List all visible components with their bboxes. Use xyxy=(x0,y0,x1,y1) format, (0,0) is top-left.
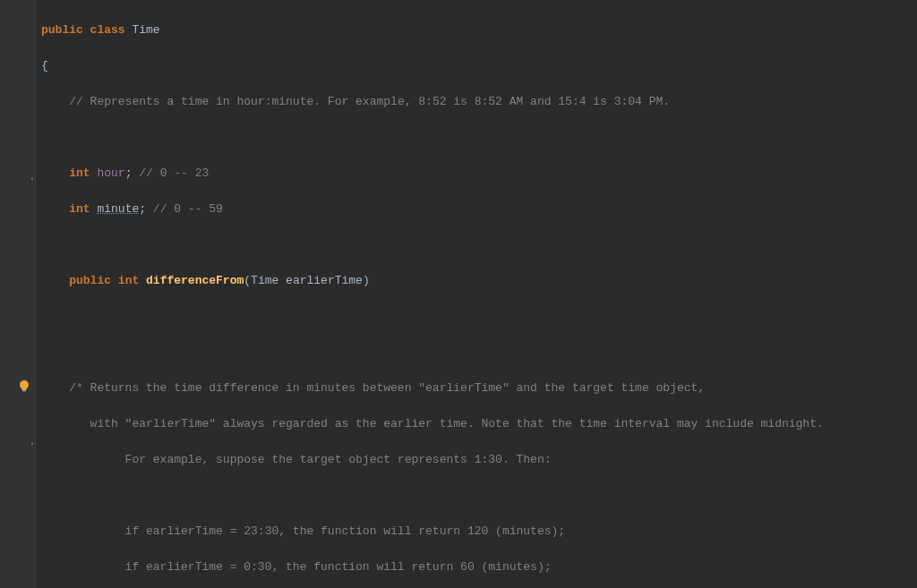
keyword-int: int xyxy=(69,202,97,216)
code-line[interactable]: For example, suppose the target object r… xyxy=(41,451,917,469)
method-differenceFrom: differenceFrom xyxy=(146,274,244,287)
code-line[interactable]: public class Time xyxy=(41,21,917,39)
keyword-public: public xyxy=(41,23,83,37)
code-line[interactable]: if earlierTime = 23:30, the function wil… xyxy=(41,523,917,541)
code-line[interactable]: { xyxy=(41,57,917,75)
comment: // Represents a time in hour:minute. For… xyxy=(69,95,670,108)
code-area[interactable]: public class Time { // Represents a time… xyxy=(36,4,917,588)
keyword-class: class xyxy=(83,23,133,37)
code-line[interactable]: /* Returns the time difference in minute… xyxy=(41,379,917,397)
code-line[interactable]: int minute; // 0 -- 59 xyxy=(41,200,917,218)
gutter xyxy=(0,0,36,588)
code-line[interactable]: with "earlierTime" always regarded as th… xyxy=(41,415,917,433)
comment: with "earlierTime" always regarded as th… xyxy=(41,417,824,430)
indent xyxy=(41,274,69,287)
svg-rect-0 xyxy=(22,390,26,392)
code-line[interactable] xyxy=(41,129,917,147)
code-line[interactable]: // Represents a time in hour:minute. For… xyxy=(41,93,917,111)
code-line[interactable]: public int differenceFrom(Time earlierTi… xyxy=(41,272,917,290)
intention-bulb-icon[interactable] xyxy=(18,379,30,392)
comment: /* Returns the time difference in minute… xyxy=(41,381,705,395)
param-type: Time xyxy=(251,274,286,287)
comment: For example, suppose the target object r… xyxy=(41,453,552,466)
indent xyxy=(41,95,69,108)
comment: // 0 -- 23 xyxy=(132,166,209,180)
fold-marker-icon[interactable]: ▸ xyxy=(30,175,38,183)
field-minute: minute xyxy=(97,202,139,216)
semicolon: ; xyxy=(139,202,146,216)
code-line[interactable] xyxy=(41,236,917,254)
code-editor[interactable]: ▸ ▸ public class Time { // Represents a … xyxy=(0,0,917,588)
lparen: ( xyxy=(244,274,251,287)
comment: // 0 -- 59 xyxy=(146,202,223,216)
field-hour: hour xyxy=(97,166,124,180)
param-name: earlierTime xyxy=(286,274,363,287)
fold-marker-icon[interactable]: ▸ xyxy=(30,440,38,447)
comment: if earlierTime = 0:30, the function will… xyxy=(41,560,552,574)
indent xyxy=(41,202,69,216)
class-name: Time xyxy=(132,23,159,37)
keyword-int: int xyxy=(69,166,97,180)
code-line[interactable] xyxy=(41,344,917,362)
code-line[interactable]: if earlierTime = 0:30, the function will… xyxy=(41,558,917,576)
comment: if earlierTime = 23:30, the function wil… xyxy=(41,524,565,538)
code-line[interactable]: int hour; // 0 -- 23 xyxy=(41,165,917,183)
indent xyxy=(41,166,69,180)
code-line[interactable] xyxy=(41,308,917,326)
keyword-public: public xyxy=(69,274,111,287)
rparen: ) xyxy=(363,274,370,287)
code-line[interactable] xyxy=(41,487,917,505)
brace: { xyxy=(41,59,48,72)
keyword-int: int xyxy=(111,274,146,287)
